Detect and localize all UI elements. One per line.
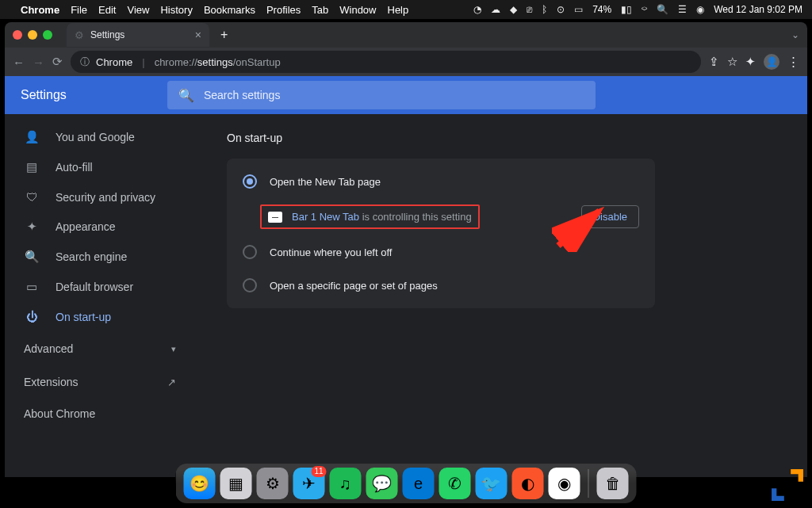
sidebar-item-default-browser[interactable]: ▭ Default browser [5, 272, 195, 302]
menubar-item-help[interactable]: Help [388, 4, 409, 16]
controlling-extension-row: — Bar 1 New Tab is controlling this sett… [227, 198, 655, 235]
disable-extension-button[interactable]: Disable [581, 205, 639, 228]
menubar-item-profiles[interactable]: Profiles [266, 4, 301, 16]
tab-title: Settings [90, 29, 124, 40]
close-tab-icon[interactable]: × [195, 29, 201, 41]
dock-trash-icon[interactable]: 🗑 [597, 468, 629, 499]
back-button[interactable]: ← [13, 55, 25, 69]
dock-launchpad-icon[interactable]: ▦ [220, 468, 252, 499]
extensions-puzzle-icon[interactable]: ✦ [745, 55, 756, 69]
sidebar-item-appearance[interactable]: ✦ Appearance [5, 212, 195, 242]
settings-title: Settings [21, 88, 67, 102]
dock-telegram-icon[interactable]: ✈ [293, 468, 325, 499]
menubar-status-icon[interactable]: ☁ [491, 4, 500, 15]
browser-toolbar: ← → ⟳ ⓘ Chrome | chrome://settings/onSta… [5, 48, 807, 76]
extension-highlight: — Bar 1 New Tab is controlling this sett… [260, 204, 480, 229]
sidebar-item-security[interactable]: 🛡 Security and privacy [5, 182, 195, 212]
radio-unselected-icon[interactable] [243, 245, 257, 259]
menubar-item-history[interactable]: History [160, 4, 192, 16]
sidebar-label: On start-up [56, 311, 111, 323]
external-link-icon: ↗ [167, 376, 176, 388]
omnibox-host: Chrome [96, 56, 132, 68]
startup-options-card: Open the New Tab page — Bar 1 New Tab is… [227, 159, 655, 308]
radio-selected-icon[interactable] [243, 174, 257, 189]
menubar-search-icon[interactable]: 🔍 [657, 4, 668, 15]
profile-avatar-icon[interactable]: 👤 [764, 54, 779, 70]
menubar-control-center-icon[interactable]: ☰ [678, 4, 687, 15]
dock-chrome-icon[interactable]: ◉ [549, 468, 580, 499]
sidebar-item-on-startup[interactable]: ⏻ On start-up [5, 302, 195, 331]
window-controls [13, 30, 52, 40]
dock-system-preferences-icon[interactable]: ⚙ [257, 468, 289, 499]
dock-brave-icon[interactable]: ◐ [512, 468, 544, 499]
forward-button[interactable]: → [33, 55, 44, 69]
browser-tab[interactable]: ⚙ Settings × [67, 23, 209, 47]
chrome-menu-icon[interactable]: ⋮ [787, 55, 799, 69]
fullscreen-window-button[interactable] [43, 30, 52, 40]
search-icon: 🔍 [24, 250, 40, 264]
dock-edge-icon[interactable]: e [403, 468, 435, 499]
extension-message: Bar 1 New Tab is controlling this settin… [292, 211, 472, 223]
option-label: Open the New Tab page [270, 176, 381, 188]
radio-unselected-icon[interactable] [243, 278, 257, 292]
omnibox-separator: | [142, 56, 144, 68]
sidebar-item-extensions[interactable]: Extensions ↗ [5, 366, 195, 398]
menubar-item-file[interactable]: File [71, 4, 87, 16]
menubar-siri-icon[interactable]: ◉ [696, 4, 704, 15]
sidebar-label: Appearance [56, 220, 116, 233]
chrome-window: ⚙ Settings × + ⌄ ← → ⟳ ⓘ Chrome | chrome… [5, 22, 807, 477]
startup-option-continue[interactable]: Continue where you left off [227, 235, 655, 269]
minimize-window-button[interactable] [28, 30, 37, 40]
menubar-bluetooth-icon[interactable]: ᛒ [542, 4, 547, 15]
menubar-status-icon[interactable]: ⎚ [527, 4, 532, 15]
sidebar-item-about-chrome[interactable]: About Chrome [5, 398, 195, 430]
menubar-item-tab[interactable]: Tab [312, 4, 328, 16]
sidebar-label: You and Google [56, 131, 135, 143]
dock-twitter-icon[interactable]: 🐦 [476, 468, 508, 499]
menubar-notification-icon[interactable]: ◆ [510, 4, 517, 15]
menubar-status-icon[interactable]: ⊙ [557, 4, 565, 15]
settings-search-box[interactable]: 🔍 [167, 81, 596, 109]
startup-option-specific-pages[interactable]: Open a specific page or set of pages [227, 269, 655, 302]
tab-list-chevron-icon[interactable]: ⌄ [791, 29, 799, 40]
chevron-down-icon: ▾ [171, 344, 176, 354]
menubar-battery-icon[interactable]: ▮▯ [621, 4, 632, 15]
autofill-icon: ▤ [24, 160, 40, 174]
new-tab-button[interactable]: + [217, 28, 231, 42]
site-info-icon[interactable]: ⓘ [80, 55, 90, 69]
menubar-battery-percent[interactable]: 74% [592, 4, 611, 15]
menubar-item-edit[interactable]: Edit [98, 4, 116, 16]
menubar-wifi-icon[interactable]: ⌔ [642, 4, 647, 15]
reload-button[interactable]: ⟳ [52, 55, 63, 69]
sidebar-advanced-toggle[interactable]: Advanced ▾ [5, 331, 195, 366]
sidebar-about-label: About Chrome [24, 407, 95, 420]
menubar-status-icon[interactable]: ▭ [574, 4, 583, 15]
sidebar-label: Auto-fill [56, 161, 93, 174]
menubar-app-name[interactable]: Chrome [21, 4, 59, 16]
sidebar-item-autofill[interactable]: ▤ Auto-fill [5, 152, 195, 182]
settings-search-input[interactable] [204, 89, 584, 101]
menubar-status-icon[interactable]: ◔ [473, 4, 481, 15]
menubar-item-window[interactable]: Window [339, 4, 376, 16]
extension-name-link[interactable]: Bar 1 New Tab [292, 211, 359, 223]
option-label: Open a specific page or set of pages [270, 280, 438, 292]
dock-messages-icon[interactable]: 💬 [366, 468, 398, 499]
settings-page: Settings 🔍 👤 You and Google ▤ Auto-fill [5, 76, 807, 477]
macos-menubar: Chrome File Edit View History Bookmarks … [0, 0, 812, 19]
address-bar[interactable]: ⓘ Chrome | chrome://settings/onStartup [71, 51, 701, 73]
menubar-datetime[interactable]: Wed 12 Jan 9:02 PM [714, 4, 802, 15]
startup-option-new-tab[interactable]: Open the New Tab page [227, 165, 655, 198]
menubar-item-view[interactable]: View [127, 4, 149, 16]
sidebar-item-you-and-google[interactable]: 👤 You and Google [5, 122, 195, 152]
browser-icon: ▭ [24, 280, 40, 294]
bookmark-star-icon[interactable]: ☆ [727, 55, 737, 69]
menubar-item-bookmarks[interactable]: Bookmarks [204, 4, 255, 16]
close-window-button[interactable] [13, 30, 22, 40]
dock-whatsapp-icon[interactable]: ✆ [439, 468, 471, 499]
dock-finder-icon[interactable]: 😊 [184, 468, 216, 499]
sidebar-advanced-label: Advanced [24, 342, 73, 355]
option-label: Continue where you left off [270, 246, 392, 258]
dock-spotify-icon[interactable]: ♫ [330, 468, 362, 499]
sidebar-item-search-engine[interactable]: 🔍 Search engine [5, 242, 195, 272]
share-icon[interactable]: ⇪ [709, 55, 719, 69]
